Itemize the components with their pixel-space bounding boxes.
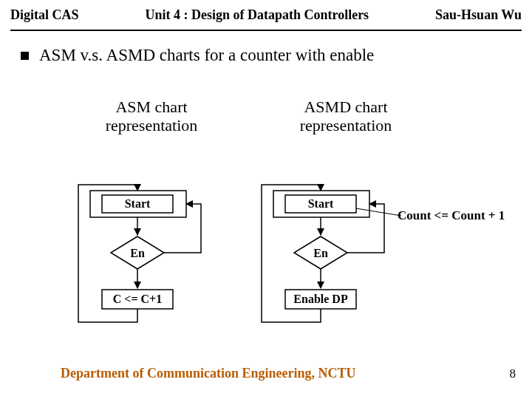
asmd-annotation-leader bbox=[356, 208, 401, 216]
asm-heading: ASM chart representation bbox=[81, 98, 222, 135]
hdr-rule bbox=[10, 30, 522, 31]
asmd-state-label: Start bbox=[308, 197, 334, 210]
asm-state-label: Start bbox=[125, 197, 151, 210]
asmd-decision-label: En bbox=[313, 247, 328, 259]
asmd-action-label: Enable DP bbox=[293, 293, 348, 305]
hdr-left: Digital CAS bbox=[10, 7, 79, 23]
asmd-heading: ASMD chart representation bbox=[272, 98, 420, 135]
asm-heading-l1: ASM chart bbox=[81, 98, 222, 116]
hdr-right: Sau-Hsuan Wu bbox=[435, 7, 522, 23]
annotation-text: Count <= Count + 1 bbox=[398, 208, 505, 223]
hdr-center: Unit 4 : Design of Datapath Controllers bbox=[145, 7, 369, 23]
bullet-square-icon bbox=[21, 52, 29, 60]
page-number: 8 bbox=[510, 366, 516, 381]
bullet-row: ASM v.s. ASMD charts for a counter with … bbox=[21, 46, 374, 65]
asm-decision-label: En bbox=[130, 247, 145, 259]
footer-text: Department of Communication Engineering,… bbox=[61, 366, 355, 381]
asm-heading-l2: representation bbox=[81, 116, 222, 134]
asmd-heading-l2: representation bbox=[272, 116, 420, 134]
asmd-diagram: Start En Enable DP bbox=[257, 177, 420, 340]
asm-action-label: C <= C+1 bbox=[113, 293, 162, 305]
asmd-heading-l1: ASMD chart bbox=[272, 98, 420, 116]
bullet-text: ASM v.s. ASMD charts for a counter with … bbox=[39, 46, 374, 65]
asm-diagram: Start En C <= C+1 bbox=[74, 177, 222, 340]
